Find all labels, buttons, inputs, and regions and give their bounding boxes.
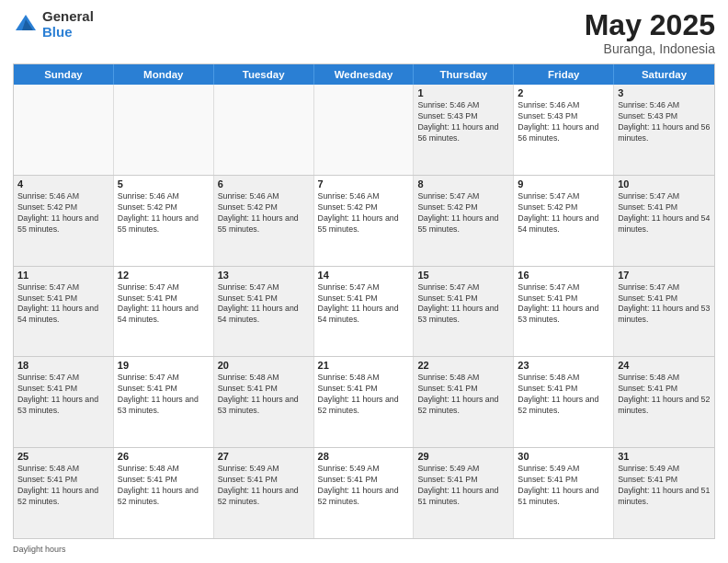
calendar-cell: 3Sunrise: 5:46 AMSunset: 5:43 PMDaylight…: [614, 85, 714, 175]
calendar-cell: 13Sunrise: 5:47 AMSunset: 5:41 PMDayligh…: [214, 267, 314, 357]
calendar-cell: 21Sunrise: 5:48 AMSunset: 5:41 PMDayligh…: [314, 357, 415, 447]
calendar-cell: 22Sunrise: 5:48 AMSunset: 5:41 PMDayligh…: [414, 357, 514, 447]
day-detail: Sunrise: 5:48 AMSunset: 5:41 PMDaylight:…: [318, 373, 410, 417]
day-detail: Sunrise: 5:47 AMSunset: 5:41 PMDaylight:…: [618, 191, 711, 236]
day-detail: Sunrise: 5:47 AMSunset: 5:41 PMDaylight:…: [417, 282, 509, 327]
calendar-cell: 26Sunrise: 5:48 AMSunset: 5:41 PMDayligh…: [114, 448, 214, 538]
day-number: 29: [417, 451, 509, 462]
day-detail: Sunrise: 5:48 AMSunset: 5:41 PMDaylight:…: [417, 373, 509, 417]
day-detail: Sunrise: 5:47 AMSunset: 5:41 PMDaylight:…: [17, 282, 109, 327]
calendar-cell: 16Sunrise: 5:47 AMSunset: 5:41 PMDayligh…: [514, 267, 614, 357]
calendar-cell: [114, 85, 214, 175]
day-detail: Sunrise: 5:48 AMSunset: 5:41 PMDaylight:…: [118, 464, 210, 508]
calendar-cell: 6Sunrise: 5:46 AMSunset: 5:42 PMDaylight…: [214, 176, 314, 266]
logo-general: General: [42, 9, 94, 25]
day-detail: Sunrise: 5:47 AMSunset: 5:41 PMDaylight:…: [218, 282, 310, 327]
header: General Blue May 2025 Buranga, Indonesia: [13, 9, 715, 56]
calendar-week-1: 1Sunrise: 5:46 AMSunset: 5:43 PMDaylight…: [14, 85, 714, 176]
header-cell-wednesday: Wednesday: [314, 64, 415, 85]
calendar-cell: 2Sunrise: 5:46 AMSunset: 5:43 PMDaylight…: [514, 85, 614, 175]
calendar-body: 1Sunrise: 5:46 AMSunset: 5:43 PMDaylight…: [14, 85, 714, 538]
day-detail: Sunrise: 5:49 AMSunset: 5:41 PMDaylight:…: [618, 464, 711, 508]
day-detail: Sunrise: 5:46 AMSunset: 5:42 PMDaylight:…: [218, 191, 310, 236]
header-cell-saturday: Saturday: [614, 64, 714, 85]
day-number: 14: [318, 270, 410, 281]
calendar-cell: 8Sunrise: 5:47 AMSunset: 5:42 PMDaylight…: [414, 176, 514, 266]
day-number: 10: [618, 178, 711, 190]
day-number: 11: [17, 270, 109, 281]
calendar: SundayMondayTuesdayWednesdayThursdayFrid…: [13, 63, 715, 539]
day-number: 15: [417, 270, 509, 281]
calendar-cell: 19Sunrise: 5:47 AMSunset: 5:41 PMDayligh…: [114, 357, 214, 447]
day-number: 30: [518, 451, 609, 462]
header-cell-sunday: Sunday: [14, 64, 114, 85]
calendar-cell: 29Sunrise: 5:49 AMSunset: 5:41 PMDayligh…: [414, 448, 514, 538]
calendar-cell: 25Sunrise: 5:48 AMSunset: 5:41 PMDayligh…: [14, 448, 114, 538]
day-detail: Sunrise: 5:46 AMSunset: 5:43 PMDaylight:…: [518, 100, 609, 144]
day-detail: Sunrise: 5:49 AMSunset: 5:41 PMDaylight:…: [218, 464, 310, 508]
day-number: 23: [518, 360, 609, 371]
calendar-week-3: 11Sunrise: 5:47 AMSunset: 5:41 PMDayligh…: [14, 267, 714, 358]
logo-text: General Blue: [42, 9, 94, 40]
day-number: 17: [618, 270, 711, 281]
header-cell-monday: Monday: [114, 64, 214, 85]
daylight-label: Daylight hours: [13, 545, 66, 554]
day-number: 21: [318, 360, 410, 371]
page: General Blue May 2025 Buranga, Indonesia…: [0, 0, 728, 563]
calendar-cell: 24Sunrise: 5:48 AMSunset: 5:41 PMDayligh…: [614, 357, 714, 447]
day-number: 28: [318, 451, 410, 462]
title-location: Buranga, Indonesia: [585, 41, 715, 56]
calendar-cell: 23Sunrise: 5:48 AMSunset: 5:41 PMDayligh…: [514, 357, 614, 447]
day-number: 24: [618, 360, 711, 371]
day-detail: Sunrise: 5:47 AMSunset: 5:41 PMDaylight:…: [118, 282, 210, 327]
day-detail: Sunrise: 5:46 AMSunset: 5:43 PMDaylight:…: [417, 100, 509, 144]
calendar-cell: 20Sunrise: 5:48 AMSunset: 5:41 PMDayligh…: [214, 357, 314, 447]
day-detail: Sunrise: 5:47 AMSunset: 5:42 PMDaylight:…: [518, 191, 609, 236]
calendar-cell: 10Sunrise: 5:47 AMSunset: 5:41 PMDayligh…: [614, 176, 714, 266]
calendar-cell: 4Sunrise: 5:46 AMSunset: 5:42 PMDaylight…: [14, 176, 114, 266]
day-number: 22: [417, 360, 509, 371]
day-detail: Sunrise: 5:46 AMSunset: 5:42 PMDaylight:…: [118, 191, 210, 236]
header-cell-tuesday: Tuesday: [214, 64, 314, 85]
calendar-cell: 14Sunrise: 5:47 AMSunset: 5:41 PMDayligh…: [314, 267, 415, 357]
day-number: 27: [218, 451, 310, 462]
calendar-week-4: 18Sunrise: 5:47 AMSunset: 5:41 PMDayligh…: [14, 357, 714, 448]
day-number: 3: [618, 87, 711, 98]
calendar-cell: 28Sunrise: 5:49 AMSunset: 5:41 PMDayligh…: [314, 448, 415, 538]
title-block: May 2025 Buranga, Indonesia: [585, 9, 715, 56]
calendar-cell: 11Sunrise: 5:47 AMSunset: 5:41 PMDayligh…: [14, 267, 114, 357]
day-detail: Sunrise: 5:47 AMSunset: 5:41 PMDaylight:…: [318, 282, 410, 327]
logo-blue: Blue: [42, 25, 94, 40]
logo: General Blue: [13, 9, 94, 40]
day-detail: Sunrise: 5:47 AMSunset: 5:42 PMDaylight:…: [417, 191, 509, 236]
day-detail: Sunrise: 5:49 AMSunset: 5:41 PMDaylight:…: [518, 464, 609, 508]
calendar-cell: [214, 85, 314, 175]
calendar-cell: 1Sunrise: 5:46 AMSunset: 5:43 PMDaylight…: [414, 85, 514, 175]
calendar-cell: 31Sunrise: 5:49 AMSunset: 5:41 PMDayligh…: [614, 448, 714, 538]
day-number: 1: [417, 87, 509, 98]
day-detail: Sunrise: 5:49 AMSunset: 5:41 PMDaylight:…: [417, 464, 509, 508]
calendar-cell: 30Sunrise: 5:49 AMSunset: 5:41 PMDayligh…: [514, 448, 614, 538]
day-number: 5: [118, 178, 210, 190]
day-detail: Sunrise: 5:47 AMSunset: 5:41 PMDaylight:…: [118, 373, 210, 417]
calendar-cell: 5Sunrise: 5:46 AMSunset: 5:42 PMDaylight…: [114, 176, 214, 266]
calendar-cell: [314, 85, 415, 175]
day-detail: Sunrise: 5:48 AMSunset: 5:41 PMDaylight:…: [17, 464, 109, 508]
calendar-cell: 9Sunrise: 5:47 AMSunset: 5:42 PMDaylight…: [514, 176, 614, 266]
day-number: 4: [17, 178, 109, 190]
day-number: 7: [318, 178, 410, 190]
day-detail: Sunrise: 5:47 AMSunset: 5:41 PMDaylight:…: [618, 282, 711, 327]
calendar-cell: 27Sunrise: 5:49 AMSunset: 5:41 PMDayligh…: [214, 448, 314, 538]
day-number: 18: [17, 360, 109, 371]
calendar-cell: 12Sunrise: 5:47 AMSunset: 5:41 PMDayligh…: [114, 267, 214, 357]
day-detail: Sunrise: 5:48 AMSunset: 5:41 PMDaylight:…: [518, 373, 609, 417]
day-detail: Sunrise: 5:49 AMSunset: 5:41 PMDaylight:…: [318, 464, 410, 508]
header-cell-friday: Friday: [514, 64, 614, 85]
day-detail: Sunrise: 5:48 AMSunset: 5:41 PMDaylight:…: [218, 373, 310, 417]
footer: Daylight hours: [13, 545, 715, 554]
day-number: 19: [118, 360, 210, 371]
day-number: 26: [118, 451, 210, 462]
day-detail: Sunrise: 5:46 AMSunset: 5:42 PMDaylight:…: [17, 191, 109, 236]
day-number: 13: [218, 270, 310, 281]
day-detail: Sunrise: 5:47 AMSunset: 5:41 PMDaylight:…: [17, 373, 109, 417]
